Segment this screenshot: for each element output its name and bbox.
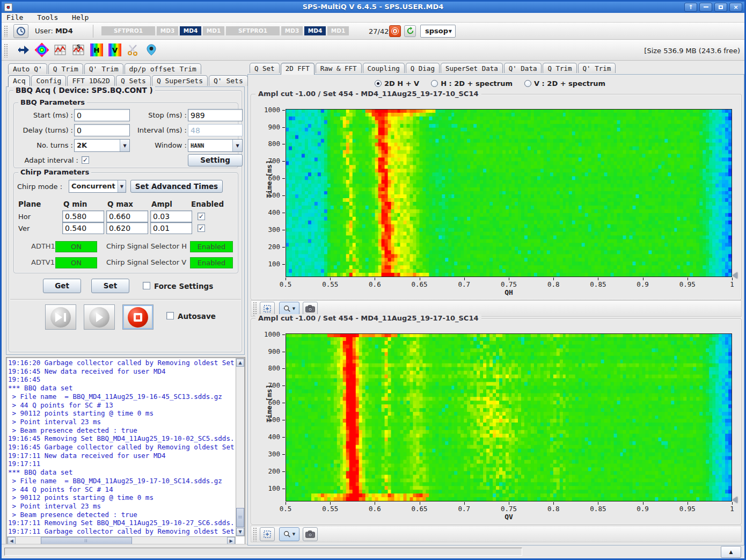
play-button[interactable]	[84, 304, 115, 330]
graph-grid-button[interactable]	[52, 42, 68, 58]
scroll-down-button[interactable]: ▼	[236, 528, 244, 536]
tab-coupling[interactable]: Coupling	[363, 63, 405, 73]
hor-ampl-input[interactable]	[150, 210, 192, 222]
qh-spectrogram-plot[interactable]	[286, 109, 732, 277]
tab-q-trim[interactable]: Q' Trim	[578, 63, 616, 73]
vscroll-thumb[interactable]	[236, 508, 244, 527]
menu-help[interactable]: Help	[67, 13, 93, 21]
user-clock-button[interactable]	[13, 24, 28, 38]
tab-q-trim[interactable]: Q' Trim	[84, 63, 123, 74]
user-cycle-sftpro1[interactable]: SFTPRO1	[101, 26, 155, 35]
stop-input[interactable]	[188, 109, 243, 121]
toolbar-drag-handle-2[interactable]	[4, 43, 9, 57]
qv-spectrogram-plot[interactable]	[286, 333, 732, 501]
user-cycle-md1[interactable]: MD1	[327, 26, 349, 35]
spectrogram-h-button[interactable]: H	[89, 42, 105, 58]
ver-ampl-input[interactable]	[150, 222, 192, 234]
tab-q-supersets[interactable]: Q SuperSets	[152, 75, 208, 86]
acquisition-stop-button[interactable]: O	[389, 25, 401, 37]
hor-qmax-input[interactable]	[106, 210, 148, 222]
user-cycle-md3[interactable]: MD3	[281, 26, 303, 35]
log-text[interactable]: 19:16:20 Garbage collector called by Rem…	[8, 359, 235, 536]
autosave-checkbox[interactable]	[166, 312, 174, 319]
plot-toolbar-handle[interactable]	[253, 527, 258, 541]
minimize-button[interactable]	[699, 3, 712, 12]
maximize-button[interactable]	[714, 3, 727, 12]
graph-s-button[interactable]: S	[70, 42, 86, 58]
start-input[interactable]	[74, 109, 130, 121]
scroll-left-button[interactable]: ◀	[8, 537, 16, 544]
tab-2d-fft[interactable]: 2D FFT	[281, 63, 315, 75]
y-tick-label: 900	[258, 347, 280, 355]
cut-button[interactable]	[125, 42, 141, 58]
scroll-right-button[interactable]: ▶	[227, 537, 235, 544]
user-cycle-md3[interactable]: MD3	[157, 26, 178, 35]
radio-2d-h-v[interactable]: 2D H + V	[375, 79, 431, 88]
adapt-interval-checkbox[interactable]: ✓	[82, 156, 89, 164]
tab-auto-q-[interactable]: Auto Q'	[8, 63, 47, 74]
delay-input[interactable]	[74, 124, 130, 136]
title-bar[interactable]: SPS-MultiQ V 6.4.5 - SPS.USER.MD4 ↑ ×	[2, 2, 744, 13]
log-vscrollbar[interactable]: ▲ ▼	[236, 358, 245, 536]
ver-qmin-input[interactable]	[62, 222, 104, 234]
tab-q-sets[interactable]: Q Sets	[116, 75, 151, 86]
shade-button[interactable]: ↑	[684, 3, 697, 12]
tab-raw-fft[interactable]: Raw & FFT	[316, 63, 362, 73]
tab-config[interactable]: Config	[31, 75, 66, 86]
tab-superset-data[interactable]: SuperSet Data	[441, 63, 503, 73]
tab-acq[interactable]: Acq	[8, 75, 30, 87]
tab-dp-p-offset-trim[interactable]: dp/p offset Trim	[125, 63, 201, 74]
snapshot-button[interactable]	[303, 527, 318, 541]
spectrogram-v-button[interactable]: V	[107, 42, 123, 58]
chirp-mode-combo[interactable]: Concurrent ▼	[69, 180, 126, 193]
refresh-button[interactable]	[404, 25, 416, 37]
user-cycle-md1[interactable]: MD1	[203, 26, 224, 35]
tab-q-trim[interactable]: Q Trim	[543, 63, 576, 73]
x-tick-label: 0.75	[497, 280, 521, 288]
marker-button[interactable]	[143, 42, 159, 58]
zoom-region-button[interactable]	[260, 527, 275, 541]
tab-q-diag[interactable]: Q Diag	[406, 63, 440, 73]
set-button[interactable]: Set	[91, 279, 129, 293]
tab-q-trim[interactable]: Q Trim	[48, 63, 83, 74]
axis-cursor-marker[interactable]	[733, 497, 737, 503]
tab-q-sets[interactable]: Q' Sets	[209, 75, 248, 86]
get-button[interactable]: Get	[43, 279, 81, 293]
magnifier-icon	[283, 530, 291, 538]
step-button[interactable]	[45, 304, 76, 330]
stop-acquisition-button[interactable]	[122, 304, 153, 330]
tab-q-set[interactable]: Q Set	[250, 63, 280, 73]
tab-q-data[interactable]: Q' Data	[504, 63, 542, 73]
toolbar-drag-handle[interactable]	[4, 25, 9, 37]
user-select-dropdown[interactable]: spsop ▼	[420, 25, 456, 38]
user-cycle-md4[interactable]: MD4	[180, 26, 201, 35]
setting-button[interactable]: Setting	[188, 154, 243, 166]
close-button[interactable]: ×	[729, 3, 742, 12]
menu-file[interactable]: File	[2, 13, 28, 21]
hor-enabled-checkbox[interactable]: ✓	[198, 213, 205, 220]
radio-v-2d-spectrum[interactable]: V : 2D + spectrum	[524, 79, 617, 88]
user-cycle-md4[interactable]: MD4	[304, 26, 326, 35]
turns-combo[interactable]: 2K ▼	[74, 139, 130, 152]
ver-qmax-input[interactable]	[106, 222, 148, 234]
qmax-header: Q max	[107, 200, 133, 208]
spectrum-arrow-button[interactable]	[16, 42, 32, 58]
axis-cursor-marker[interactable]	[733, 272, 737, 279]
hor-qmin-input[interactable]	[62, 210, 104, 222]
ver-enabled-checkbox[interactable]: ✓	[198, 224, 205, 232]
rainbow-diamond-button[interactable]	[34, 42, 50, 58]
scroll-up-button[interactable]: ▲	[236, 359, 244, 367]
user-cycle-sftpro1[interactable]: SFTPRO1	[226, 26, 280, 35]
y-tick-label: 600	[258, 174, 280, 182]
menu-tools[interactable]: Tools	[32, 13, 63, 21]
window-combo[interactable]: HANN ▼	[188, 139, 243, 152]
radio-h-2d-spectrum[interactable]: H : 2D + spectrum	[431, 79, 524, 88]
set-advanced-times-button[interactable]: Set Advanced Times	[130, 180, 223, 193]
console-toggle-button[interactable]: ▲	[721, 546, 741, 558]
force-settings-checkbox[interactable]	[143, 282, 150, 289]
y-tick-label: 300	[258, 450, 280, 458]
y-tick-mark	[282, 420, 285, 420]
zoom-mode-split-button[interactable]: ▼	[279, 527, 299, 541]
tab-fft-1d-2d[interactable]: FFT 1D&2D	[67, 75, 114, 86]
hscroll-thumb[interactable]	[41, 537, 132, 544]
